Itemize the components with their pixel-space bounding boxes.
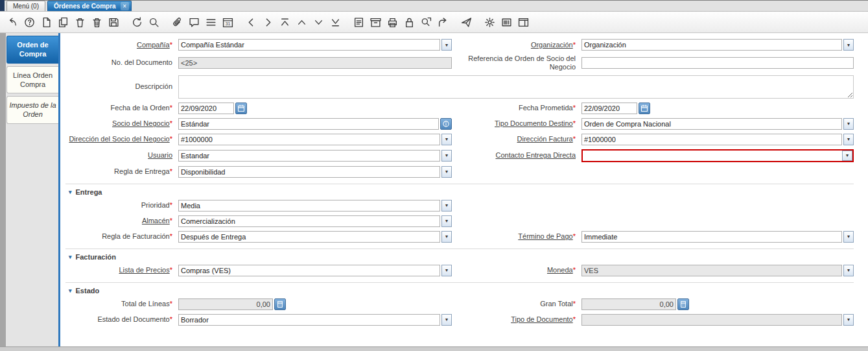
- termino-pago-dropdown-button[interactable]: ▾: [843, 231, 854, 243]
- tab-ordenes-de-compra[interactable]: Órdenes de Compra ×: [47, 1, 132, 11]
- sidebar-tab-linea-orden-compra[interactable]: Línea Orden Compra: [6, 66, 58, 94]
- total-lineas-input[interactable]: [178, 298, 273, 310]
- label-almacen[interactable]: Almacén*: [65, 217, 174, 225]
- prioridad-input[interactable]: [178, 200, 440, 212]
- compania-dropdown-button[interactable]: ▾: [441, 39, 452, 51]
- almacen-dropdown-button[interactable]: ▾: [441, 215, 452, 227]
- lista-precios-input[interactable]: [178, 265, 440, 276]
- regla-entrega-dropdown-button[interactable]: ▾: [441, 166, 452, 178]
- label-contacto-entrega-directa[interactable]: Contacto Entrega Directa: [456, 151, 578, 160]
- moneda-input[interactable]: [581, 265, 842, 276]
- organizacion-dropdown-button[interactable]: ▾: [843, 39, 854, 51]
- section-facturacion-title: Facturación: [76, 253, 116, 261]
- regla-facturacion-dropdown-button[interactable]: ▾: [441, 231, 452, 243]
- preferences-button[interactable]: [482, 14, 498, 30]
- gran-total-input[interactable]: [581, 298, 676, 310]
- send-mail-button[interactable]: [458, 14, 475, 30]
- parent-record-button[interactable]: [243, 14, 259, 30]
- zoom-across-button[interactable]: [418, 14, 434, 30]
- socio-negocio-input[interactable]: [178, 118, 439, 130]
- direccion-socio-dropdown-button[interactable]: ▾: [441, 134, 452, 145]
- window-help-button[interactable]: [515, 14, 532, 30]
- last-record-button[interactable]: [327, 14, 344, 30]
- next-record-button[interactable]: [311, 14, 327, 30]
- copy-record-button[interactable]: [55, 14, 71, 30]
- refresh-button[interactable]: [129, 14, 145, 30]
- archive-button[interactable]: [368, 14, 384, 30]
- tipo-documento-dropdown-button[interactable]: ▾: [843, 314, 854, 326]
- gran-total-calculator-button[interactable]: [677, 298, 689, 310]
- label-compania[interactable]: Compañía*: [65, 41, 174, 49]
- direccion-socio-input[interactable]: [178, 134, 440, 145]
- tipo-documento-destino-dropdown-button[interactable]: ▾: [843, 118, 854, 130]
- almacen-input[interactable]: [178, 215, 440, 227]
- lock-icon: [404, 17, 415, 28]
- usuario-dropdown-button[interactable]: ▾: [441, 150, 452, 162]
- delete-selection-button[interactable]: [89, 14, 105, 30]
- help-button[interactable]: [21, 14, 38, 30]
- label-termino-pago[interactable]: Término de Pago*: [456, 232, 578, 241]
- tab-menu[interactable]: Menú (0): [6, 1, 45, 11]
- fecha-orden-calendar-button[interactable]: [235, 103, 247, 114]
- label-tipo-documento[interactable]: Tipo de Documento*: [456, 315, 578, 324]
- contacto-entrega-input[interactable]: [583, 151, 841, 161]
- tipo-documento-destino-input[interactable]: [581, 118, 842, 130]
- organizacion-input[interactable]: [581, 39, 842, 51]
- total-lineas-calculator-button[interactable]: [274, 298, 286, 310]
- estado-documento-dropdown-button[interactable]: ▾: [441, 314, 452, 326]
- calendar-button[interactable]: 31: [220, 14, 236, 30]
- moneda-dropdown-button[interactable]: ▾: [843, 265, 854, 276]
- close-tab-button[interactable]: ×: [121, 2, 129, 10]
- section-entrega[interactable]: ▾Entrega: [65, 184, 854, 196]
- regla-entrega-input[interactable]: [178, 166, 440, 178]
- tipo-documento-input[interactable]: [581, 314, 842, 326]
- print-button[interactable]: [384, 14, 401, 30]
- sidebar-tab-impuesto-orden[interactable]: Impuesto de la Orden: [6, 96, 58, 124]
- attachment-button[interactable]: [169, 14, 185, 30]
- undo-button[interactable]: [5, 14, 21, 30]
- usuario-input[interactable]: [178, 150, 440, 162]
- label-socio-negocio[interactable]: Socio del Negocio*: [65, 119, 174, 128]
- label-organizacion[interactable]: Organización*: [456, 41, 578, 49]
- estado-documento-input[interactable]: [178, 314, 440, 326]
- delete-record-button[interactable]: [72, 14, 88, 30]
- label-direccion-socio[interactable]: Dirección del Socio del Negocio*: [65, 135, 174, 143]
- previous-record-button[interactable]: [294, 14, 310, 30]
- fecha-orden-input[interactable]: [178, 103, 234, 114]
- fecha-prometida-calendar-button[interactable]: [639, 103, 650, 114]
- grid-toggle-button[interactable]: [203, 14, 219, 30]
- detail-record-button[interactable]: [260, 14, 276, 30]
- save-button[interactable]: [106, 14, 122, 30]
- contacto-entrega-dropdown-button[interactable]: ▾: [842, 151, 852, 161]
- fecha-prometida-input[interactable]: [581, 103, 637, 114]
- direccion-factura-dropdown-button[interactable]: ▾: [843, 134, 854, 145]
- prioridad-dropdown-button[interactable]: ▾: [441, 200, 452, 212]
- section-facturacion[interactable]: ▾Facturación: [65, 248, 854, 261]
- calendar-icon: 31: [222, 17, 233, 28]
- label-moneda[interactable]: Moneda*: [456, 266, 578, 274]
- referencia-input[interactable]: [581, 57, 854, 69]
- lista-precios-dropdown-button[interactable]: ▾: [441, 265, 452, 276]
- label-usuario[interactable]: Usuario: [65, 151, 174, 160]
- label-direccion-factura[interactable]: Dirección Factura*: [456, 135, 578, 143]
- compania-input[interactable]: [178, 39, 440, 51]
- lock-button[interactable]: [401, 14, 417, 30]
- regla-facturacion-input[interactable]: [178, 231, 440, 243]
- section-estado[interactable]: ▾Estado: [65, 282, 854, 295]
- socio-negocio-search-button[interactable]: [440, 118, 452, 130]
- product-info-button[interactable]: [499, 14, 515, 30]
- sidebar-tab-orden-de-compra[interactable]: Orden de Compra: [6, 36, 58, 64]
- chat-button[interactable]: [186, 14, 202, 30]
- first-record-button[interactable]: [277, 14, 293, 30]
- label-referencia: Referencia de Orden de Socio del Negocio: [456, 54, 578, 71]
- termino-pago-input[interactable]: [581, 231, 842, 243]
- new-record-button[interactable]: [38, 14, 54, 30]
- descripcion-textarea[interactable]: [178, 75, 854, 99]
- request-button[interactable]: [435, 14, 451, 30]
- label-tipo-documento-destino[interactable]: Tipo Documento Destino*: [456, 119, 578, 128]
- no-documento-input[interactable]: [178, 57, 452, 69]
- label-lista-precios[interactable]: Lista de Precios*: [65, 266, 174, 274]
- report-button[interactable]: [351, 14, 367, 30]
- find-button[interactable]: [146, 14, 162, 30]
- direccion-factura-input[interactable]: [581, 134, 842, 145]
